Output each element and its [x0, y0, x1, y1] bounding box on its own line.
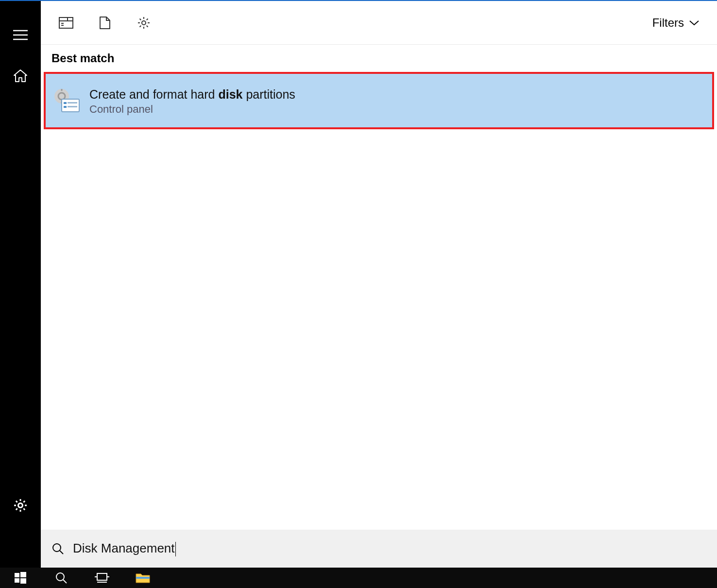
start-button[interactable] — [0, 568, 41, 588]
settings-filter-button[interactable] — [129, 8, 158, 37]
search-result-item[interactable]: Create and format hard disk partitions C… — [44, 72, 714, 129]
folder-icon — [136, 572, 150, 584]
svg-rect-36 — [15, 573, 19, 577]
documents-filter-button[interactable] — [90, 8, 120, 37]
result-title-post: partitions — [242, 87, 295, 101]
best-match-header: Best match — [41, 45, 717, 72]
windows-logo-icon — [15, 572, 26, 584]
svg-rect-38 — [15, 578, 19, 583]
search-icon — [51, 542, 64, 555]
filters-label: Filters — [652, 16, 684, 30]
svg-line-22 — [147, 25, 148, 27]
svg-line-35 — [60, 551, 63, 554]
taskbar — [0, 568, 717, 588]
svg-line-9 — [16, 508, 17, 510]
taskbar-search-button[interactable] — [41, 568, 82, 588]
settings-button[interactable] — [0, 485, 41, 526]
svg-point-40 — [56, 573, 64, 581]
svg-line-7 — [16, 501, 17, 502]
svg-line-24 — [147, 18, 148, 20]
svg-rect-30 — [64, 102, 67, 104]
toolbar: Filters — [41, 1, 717, 45]
main-panel: Filters Best match — [41, 1, 717, 568]
svg-line-8 — [23, 508, 25, 510]
apps-filter-button[interactable] — [51, 8, 81, 37]
home-button[interactable] — [0, 55, 41, 96]
document-icon — [99, 16, 111, 30]
svg-line-41 — [63, 580, 67, 583]
search-icon — [55, 571, 68, 584]
search-bar[interactable]: Disk Management — [41, 530, 717, 568]
svg-point-34 — [53, 544, 61, 552]
left-rail — [0, 1, 41, 568]
file-explorer-taskbar-button[interactable] — [122, 568, 163, 588]
app-window-icon — [59, 17, 73, 29]
filters-dropdown[interactable]: Filters — [646, 11, 706, 35]
gear-icon — [137, 16, 151, 30]
result-title-pre: Create and format hard — [89, 87, 218, 101]
task-view-button[interactable] — [82, 568, 122, 588]
start-menu-search-panel: Filters Best match — [0, 1, 717, 568]
svg-rect-46 — [136, 577, 150, 579]
svg-line-21 — [140, 18, 141, 20]
svg-rect-39 — [20, 578, 26, 584]
result-subtitle: Control panel — [89, 103, 295, 116]
svg-rect-15 — [61, 25, 64, 26]
svg-rect-32 — [64, 106, 67, 108]
svg-rect-14 — [61, 23, 64, 24]
result-text: Create and format hard disk partitions C… — [89, 86, 295, 116]
search-query-text: Disk Management — [73, 541, 175, 555]
result-title: Create and format hard disk partitions — [89, 86, 295, 103]
text-cursor — [175, 542, 176, 556]
svg-rect-29 — [62, 99, 79, 112]
chevron-down-icon — [689, 20, 700, 26]
hamburger-menu-button[interactable] — [0, 15, 41, 55]
search-input[interactable]: Disk Management — [73, 541, 176, 556]
svg-line-23 — [140, 25, 141, 27]
svg-rect-37 — [20, 572, 26, 577]
disk-management-icon — [53, 87, 81, 114]
svg-rect-31 — [68, 102, 77, 104]
home-icon — [13, 69, 28, 83]
svg-point-16 — [142, 21, 146, 25]
gear-icon — [13, 498, 28, 513]
svg-rect-42 — [97, 573, 107, 580]
svg-rect-33 — [68, 106, 77, 107]
hamburger-icon — [13, 30, 28, 40]
svg-line-10 — [23, 501, 25, 502]
result-title-bold: disk — [218, 87, 242, 101]
task-view-icon — [95, 572, 109, 583]
